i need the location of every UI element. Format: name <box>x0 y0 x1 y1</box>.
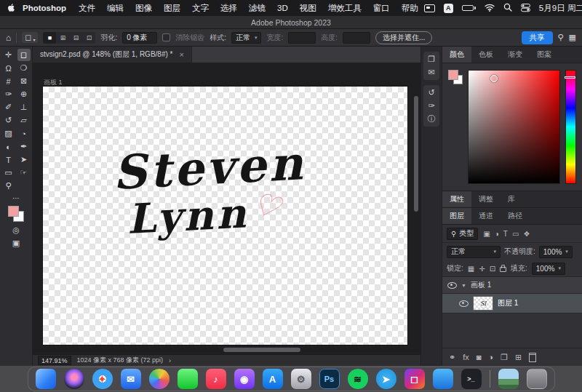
podcasts[interactable]: ◉ <box>234 369 255 389</box>
zoom-level-field[interactable]: 147.91% <box>38 356 71 365</box>
blend-mode-select[interactable]: 正常▾ <box>447 246 501 258</box>
menu-item[interactable]: 帮助 <box>402 3 418 14</box>
menu-item[interactable]: 编辑 <box>107 3 124 14</box>
control-center-icon[interactable] <box>521 3 530 14</box>
panel-color-swatches[interactable] <box>448 70 463 184</box>
new-group-icon[interactable]: ❐ <box>501 353 508 362</box>
siri[interactable] <box>64 369 84 389</box>
lock-transparency[interactable]: ▦ <box>468 265 474 273</box>
crop-tool[interactable]: # <box>2 75 15 87</box>
eyedropper-tool[interactable]: ✑ <box>2 88 15 100</box>
menu-item[interactable]: 图像 <box>135 3 152 14</box>
tab-channels[interactable]: 通道 <box>471 208 501 224</box>
feather-input[interactable]: 0 像素 <box>122 32 157 44</box>
marquee-tool[interactable]: ◻ <box>17 49 31 61</box>
music[interactable]: ♪ <box>206 369 226 389</box>
trash-icon[interactable] <box>527 369 547 389</box>
width-input[interactable] <box>288 32 316 44</box>
filter-shape-layers[interactable]: ▭ <box>512 230 519 238</box>
panel-foreground-swatch[interactable] <box>448 70 458 80</box>
filter-smart-objects[interactable]: ❖ <box>523 230 530 238</box>
menu-item[interactable]: 3D <box>277 4 288 12</box>
workspace-switcher-icon[interactable]: ▦ <box>569 33 576 42</box>
adjustment-layer-icon[interactable]: ◑ <box>488 353 493 361</box>
new-layer-icon[interactable]: ⊞ <box>515 353 522 362</box>
dodge-tool[interactable]: ◐ <box>2 140 15 153</box>
edit-toolbar-button[interactable]: ⋯ <box>12 194 20 202</box>
layer-name[interactable]: 画板 1 <box>471 280 491 290</box>
layer-mask-icon[interactable]: ◙ <box>477 353 482 361</box>
type-tool[interactable]: T <box>2 153 15 166</box>
tab-patterns[interactable]: 图案 <box>530 47 559 63</box>
zoom-tool[interactable]: ⚲ <box>2 180 15 192</box>
tab-libraries[interactable]: 库 <box>501 191 522 207</box>
search-icon[interactable]: ⚲ <box>558 33 564 42</box>
horizontal-scrollbar[interactable] <box>39 347 407 353</box>
antialias-checkbox[interactable] <box>162 33 170 41</box>
vertical-scrollbar[interactable] <box>413 65 420 341</box>
system-settings[interactable]: ⚙ <box>291 369 311 389</box>
color-swatches[interactable] <box>7 205 25 223</box>
menu-app-name[interactable]: Photoshop <box>23 4 66 12</box>
screen-mode-button[interactable]: ▣ <box>12 239 20 248</box>
comments-panel[interactable]: ✉ <box>428 68 434 76</box>
spotlight-search-icon[interactable] <box>503 3 512 13</box>
tab-swatches[interactable]: 色板 <box>471 47 501 63</box>
lock-all-icon[interactable] <box>500 267 506 272</box>
hue-slider[interactable] <box>565 70 576 184</box>
current-tool-button[interactable]: ◻▾ <box>22 32 38 43</box>
color-picker-marker[interactable] <box>490 75 498 82</box>
tab-gradients[interactable]: 渐变 <box>501 47 530 63</box>
messages[interactable] <box>178 369 198 389</box>
spotify[interactable]: ≋ <box>348 369 368 389</box>
clone-stamp-tool[interactable]: ⊥ <box>17 101 31 113</box>
lock-artboard[interactable]: ⊡ <box>490 265 495 273</box>
shape-tool[interactable]: ▭ <box>2 167 15 179</box>
layer-row-layer1[interactable]: Sl 图层 1 <box>442 294 582 313</box>
frame-tool[interactable]: ⊠ <box>17 75 31 87</box>
menu-item[interactable]: 视图 <box>300 3 316 14</box>
filter-type-layers[interactable]: T <box>503 230 508 238</box>
instagram[interactable]: ◻ <box>404 369 425 389</box>
mail[interactable]: ✉ <box>121 369 141 389</box>
select-and-mask-button[interactable]: 选择并遮住... <box>375 31 432 44</box>
menu-item[interactable]: 文字 <box>192 3 209 14</box>
menu-item[interactable]: 增效工具 <box>328 3 362 14</box>
height-input[interactable] <box>343 32 370 44</box>
new-selection-mode[interactable]: ■ <box>43 32 56 44</box>
saturation-brightness-field[interactable] <box>468 70 560 184</box>
menu-item[interactable]: 图层 <box>164 3 180 14</box>
menu-item[interactable]: 滤镜 <box>249 3 266 14</box>
qq[interactable] <box>433 369 453 389</box>
share-button[interactable]: 共享 <box>522 31 553 44</box>
filter-pixel-layers[interactable]: ▣ <box>483 230 490 238</box>
menubar-clock[interactable]: 5月9日 周二 下午3:22 <box>539 3 582 14</box>
terminal[interactable]: >_ <box>461 369 482 389</box>
move-tool[interactable]: ✛ <box>2 49 15 61</box>
visibility-eye-icon[interactable] <box>447 282 457 289</box>
apple-logo-icon[interactable] <box>7 4 15 13</box>
tool-slot[interactable] <box>17 180 31 192</box>
wifi-icon[interactable] <box>485 4 495 13</box>
layer-effects-icon[interactable]: fx <box>463 353 469 361</box>
opacity-select[interactable]: 100%▾ <box>539 246 573 258</box>
quick-selection-tool[interactable]: ❍ <box>17 62 31 74</box>
history-panel[interactable]: ↺ <box>428 89 434 97</box>
hand-tool[interactable]: ☞ <box>17 167 31 179</box>
layer-row-artboard[interactable]: ▼ 画板 1 <box>442 277 582 294</box>
layer-name[interactable]: 图层 1 <box>498 298 518 308</box>
canvas-workspace[interactable]: 画板 1 Steven Lynn ♡ <box>33 63 420 354</box>
notes-panel[interactable]: ✑ <box>428 102 434 110</box>
subtract-selection-mode[interactable]: ⊟ <box>69 32 82 44</box>
horizontal-scroll-thumb[interactable] <box>223 348 300 352</box>
libraries-panel[interactable]: ❐ <box>428 55 435 63</box>
safari[interactable]: ✦ <box>92 369 113 389</box>
photo-preview[interactable] <box>498 369 519 389</box>
tab-layers[interactable]: 图层 <box>442 208 471 224</box>
tab-adjustments[interactable]: 调整 <box>471 191 501 207</box>
blur-tool[interactable]: ◔ <box>17 127 31 140</box>
visibility-eye-icon[interactable] <box>459 300 469 307</box>
home-button[interactable]: ⌂ <box>6 33 11 43</box>
delete-layer-icon[interactable] <box>529 353 536 362</box>
telegram[interactable]: ➤ <box>376 369 396 389</box>
